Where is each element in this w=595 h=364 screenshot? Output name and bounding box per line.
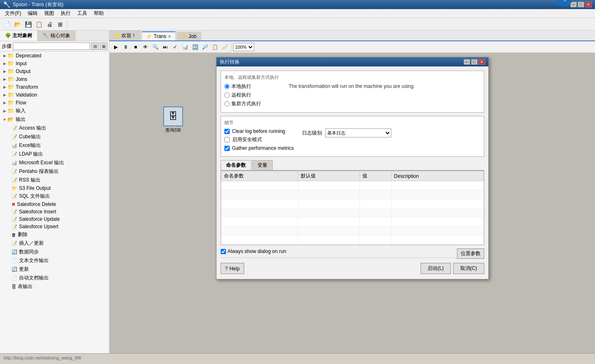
table-row (221, 199, 483, 208)
tree-item-input-cn[interactable]: ▶ 📁 输入 (0, 106, 109, 115)
param-table: 命名参数 默认值 值 Description (221, 171, 484, 245)
tree-leaf-autodoc[interactable]: 📄 自动文档输出 (0, 274, 109, 282)
radio-local[interactable] (224, 84, 230, 89)
menu-view[interactable]: 视图 (41, 9, 57, 18)
tab-variables[interactable]: 变量 (252, 160, 273, 170)
cancel-btn[interactable]: 取消(C) (453, 263, 484, 274)
cb-clearlog-label[interactable]: Clear log before running (232, 128, 286, 134)
always-show-label[interactable]: Always show dialog on run (228, 248, 286, 254)
check-btn[interactable]: ✓ (171, 43, 180, 52)
menu-file[interactable]: 文件(F) (2, 9, 24, 18)
pause-btn[interactable]: ⏸ (121, 43, 130, 52)
zoom-select[interactable]: 100% 50% 75% 125% 150% 200% (233, 43, 254, 51)
open-btn[interactable]: 📂 (12, 19, 22, 29)
tree-leaf-excel[interactable]: 📊 Excel输出 (0, 141, 109, 150)
save-as-btn[interactable]: 📋 (34, 19, 44, 29)
run-btn[interactable]: ▶ (111, 43, 120, 52)
step-btn[interactable]: ⏭ (161, 43, 170, 52)
tree-item-output-cn[interactable]: ▼ 📂 输出 (0, 115, 109, 124)
dlg-divider (221, 258, 484, 258)
menu-run[interactable]: 执行 (57, 9, 74, 18)
close-btn[interactable]: ✕ (585, 2, 592, 7)
radio-remote[interactable] (224, 92, 230, 98)
radio-cluster[interactable] (224, 101, 230, 106)
tree-leaf-sf-upsert[interactable]: 📝 Salesforce Upsert (0, 223, 109, 230)
tree-leaf-rss[interactable]: 📝 RSS 输出 (0, 176, 109, 184)
trans-tab-close[interactable]: ✕ (168, 34, 171, 39)
cb-safe[interactable] (224, 137, 230, 142)
cb-always-show[interactable] (221, 249, 226, 254)
dlg-minimize-btn[interactable]: ─ (464, 59, 470, 65)
tree-item-deprecated[interactable]: ▶ 📁 Deprecated (0, 52, 109, 59)
tree-leaf-textfile[interactable]: 📄 文本文件输出 (0, 256, 109, 265)
tree-item-input[interactable]: ▶ 📁 Input (0, 59, 109, 67)
tree-leaf-pentaho[interactable]: 📝 Pentaho 报表输出 (0, 167, 109, 176)
main-area: 🌳 主对象树 🔧 核心对象 步骤 ⊟ ⊞ ▶ 📁 Deprecated ▶ � (0, 31, 595, 353)
cb-safe-label[interactable]: 启用安全模式 (232, 136, 262, 143)
graph-btn[interactable]: 📈 (220, 43, 229, 52)
explore-btn[interactable]: 🔎 (200, 43, 209, 52)
tree-item-flow[interactable]: ▶ 📁 Flow (0, 99, 109, 106)
tree-leaf-tableout[interactable]: 🗄 表输出 (0, 282, 109, 291)
param-table-wrap: 命名参数 默认值 值 Description (221, 170, 484, 245)
status-text: http://blog.csdn.net/aishong_wang_IMI (3, 355, 81, 360)
debug-btn[interactable]: 🔍 (151, 43, 160, 52)
exec-dialog: 执行转换 ─ □ ✕ 本地、远程或集群方式执行 (216, 57, 489, 279)
dlg-controls[interactable]: ─ □ ✕ (464, 59, 485, 65)
tree-leaf-cube[interactable]: 📝 Cube输出 (0, 132, 109, 141)
tree-item-transform[interactable]: ▶ 📁 Transform (0, 83, 109, 91)
tree-leaf-datasync[interactable]: 🔄 数据同步 (0, 248, 109, 256)
tree-leaf-sf-delete[interactable]: ✖ Salesforce Delete (0, 201, 109, 208)
dlg-close-btn[interactable]: ✕ (478, 59, 485, 65)
tab-named-params[interactable]: 命名参数 (221, 160, 251, 170)
tree-item-validation[interactable]: ▶ 📁 Validation (0, 91, 109, 99)
tree-leaf-access[interactable]: 📝 Access 输出 (0, 124, 109, 132)
run-mode-section: 本地、远程或集群方式执行 本地执行 远程执行 (221, 71, 484, 113)
menu-help[interactable]: 帮助 (90, 9, 107, 18)
tree-leaf-sf-insert[interactable]: 📝 Salesforce Insert (0, 208, 109, 215)
preview-btn[interactable]: 👁 (141, 43, 150, 52)
tree-leaf-sqlfile[interactable]: 📝 SQL 文件输出 (0, 192, 109, 201)
dlg-maximize-btn[interactable]: □ (471, 59, 478, 65)
maximize-btn[interactable]: □ (578, 2, 584, 7)
menu-edit[interactable]: 编辑 (24, 9, 41, 18)
tab-main-objects[interactable]: 🌳 主对象树 (0, 31, 38, 41)
tree-leaf-delete[interactable]: 🗑 删除 (0, 230, 109, 239)
tab-core-objects[interactable]: 🔧 核心对象 (38, 31, 75, 41)
tab-job[interactable]: ⚡ Job (176, 32, 201, 40)
set-param-btn[interactable]: 位置参数 (457, 248, 484, 259)
search-input[interactable] (13, 43, 90, 50)
cb-clearlog[interactable] (224, 129, 230, 134)
right-tabs: ⭐ 欢迎！ ⚡ Trans ✕ ⚡ Job (109, 31, 595, 41)
stop-btn[interactable]: ■ (131, 43, 140, 52)
tree-item-output[interactable]: ▶ 📁 Output (0, 67, 109, 75)
radio-local-label[interactable]: 本地执行 (231, 83, 251, 90)
tree-leaf-ldap[interactable]: 📝 LDAP 输出 (0, 150, 109, 158)
tree-leaf-update[interactable]: 🔄 更新 (0, 265, 109, 274)
help-btn[interactable]: ? Help (221, 263, 244, 274)
save-btn[interactable]: 💾 (23, 19, 33, 29)
tree-leaf-s3[interactable]: 📁 S3 File Output (0, 184, 109, 192)
new-btn[interactable]: 📄 (2, 19, 12, 29)
canvas-area[interactable]: 🗄 查询DB 执行转换 ─ □ ✕ (109, 53, 595, 353)
radio-remote-label[interactable]: 远程执行 (231, 92, 251, 99)
tab-welcome[interactable]: ⭐ 欢迎！ (109, 31, 141, 40)
expand-all-btn[interactable]: ⊞ (100, 43, 107, 50)
cb-perf[interactable] (224, 146, 230, 151)
show-btn[interactable]: 📋 (210, 43, 219, 52)
print-btn[interactable]: 🖨 (45, 19, 55, 29)
tree-leaf-sf-update[interactable]: 📝 Salesforce Update (0, 215, 109, 223)
log-level-select[interactable]: 基本日志 无日志 错误日志 最小日志 详细日志 行级日志 调试 (325, 128, 391, 137)
radio-cluster-label[interactable]: 集群方式执行 (231, 100, 261, 107)
sql-btn[interactable]: 🔤 (190, 43, 200, 52)
run-action-btn[interactable]: 启动(L) (421, 263, 451, 274)
menu-tools[interactable]: 工具 (74, 9, 90, 18)
layers-btn[interactable]: ⊞ (55, 19, 65, 29)
tree-leaf-insert-update[interactable]: 📝 插入／更新 (0, 239, 109, 248)
tree-leaf-msexcel[interactable]: 📊 Microsoft Excel 输出 (0, 158, 109, 167)
collapse-all-btn[interactable]: ⊟ (91, 43, 99, 50)
tab-trans[interactable]: ⚡ Trans ✕ (142, 31, 176, 40)
impact-btn[interactable]: 📊 (181, 43, 190, 52)
tree-item-joins[interactable]: ▶ 📁 Joins (0, 75, 109, 83)
cb-perf-label[interactable]: Gather performance metrics (232, 145, 294, 151)
